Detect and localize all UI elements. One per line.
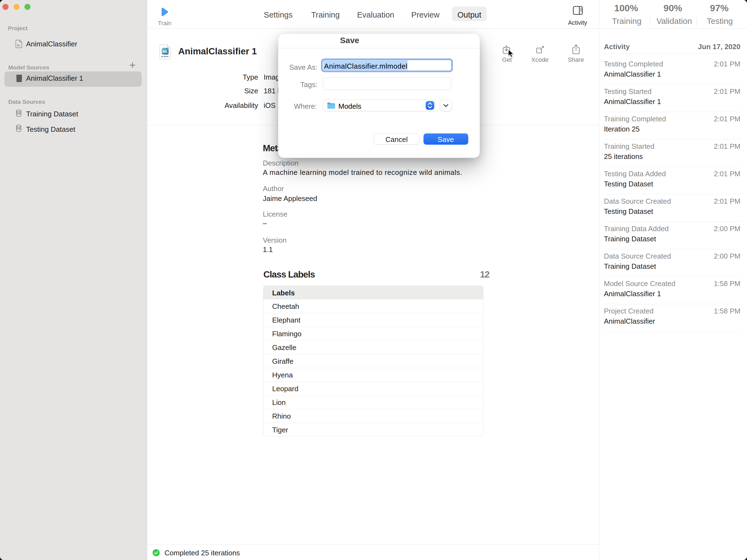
svg-text:ML: ML <box>162 49 168 54</box>
svg-text:ML: ML <box>17 44 21 47</box>
svg-text:ML MODEL: ML MODEL <box>161 56 169 57</box>
